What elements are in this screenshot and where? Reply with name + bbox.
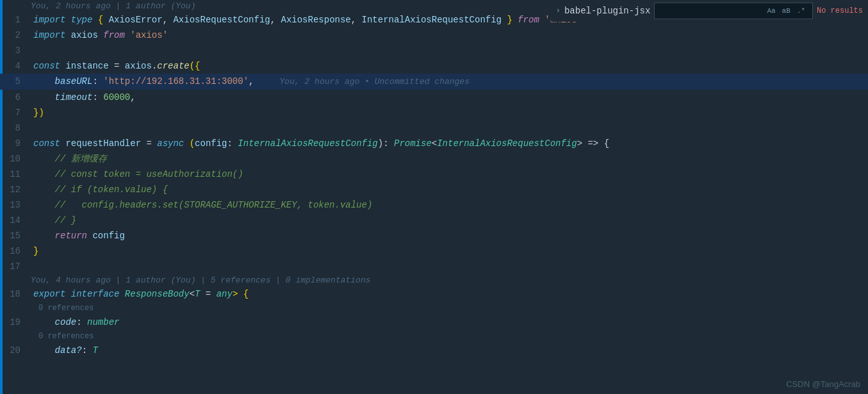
line-number: 12 bbox=[0, 182, 31, 197]
code-token: } bbox=[502, 15, 518, 25]
git-annotation-mid: You, 4 hours ago | 1 author (You) | 5 re… bbox=[0, 274, 868, 286]
code-line: 7}) bbox=[0, 105, 868, 120]
code-token: create bbox=[157, 61, 189, 71]
code-token: instance bbox=[65, 61, 108, 71]
code-token: any bbox=[217, 289, 233, 299]
code-token: const bbox=[33, 138, 65, 149]
no-results-label: No results bbox=[817, 6, 863, 15]
search-input[interactable] bbox=[660, 6, 762, 16]
code-token: axios bbox=[71, 30, 103, 40]
code-token: ): bbox=[378, 138, 394, 149]
code-token: : bbox=[227, 138, 238, 149]
code-token: , bbox=[130, 92, 135, 103]
code-line: 3 bbox=[0, 43, 868, 58]
code-token: : bbox=[92, 92, 103, 103]
line-number: 11 bbox=[0, 167, 31, 182]
code-token: < bbox=[190, 289, 195, 299]
code-token: T bbox=[92, 345, 97, 356]
line-number: 14 bbox=[0, 213, 31, 228]
code-token: Promise bbox=[394, 138, 432, 149]
code-line: 11 // const token = useAuthorization() bbox=[0, 167, 868, 182]
code-token: return bbox=[55, 231, 93, 241]
filename-label: babel-plugin-jsx bbox=[564, 6, 650, 16]
line-number: 15 bbox=[0, 228, 31, 243]
line-content: export interface ResponseBody<T = any> { bbox=[31, 286, 868, 302]
code-line: 18export interface ResponseBody<T = any>… bbox=[0, 286, 868, 302]
line-number: 6 bbox=[0, 90, 31, 105]
line-number: 2 bbox=[0, 28, 31, 43]
code-line: 4const instance = axios.create({ bbox=[0, 58, 868, 74]
line-number: 13 bbox=[0, 197, 31, 213]
line-number: 4 bbox=[0, 58, 31, 74]
code-token: // 新增缓存 bbox=[55, 154, 107, 164]
code-container: You, 2 hours ago | 1 author (You)1import… bbox=[0, 0, 868, 394]
search-bar[interactable]: Aa aB .* bbox=[654, 3, 813, 19]
code-token: 'axios' bbox=[130, 30, 168, 40]
code-token: AxiosError bbox=[109, 15, 163, 25]
code-token: async bbox=[157, 138, 189, 149]
code-token: ( bbox=[190, 138, 195, 149]
line-number: 7 bbox=[0, 105, 31, 120]
code-token: 'http://192.168.31.31:3000' bbox=[103, 76, 249, 86]
code-token: interface bbox=[71, 289, 125, 299]
line-content: // } bbox=[31, 213, 868, 228]
code-token: requestHandler bbox=[65, 138, 141, 149]
line-number: 8 bbox=[0, 120, 31, 136]
line-number: 5 bbox=[0, 74, 31, 89]
line-content: const requestHandler = async (config: In… bbox=[31, 136, 868, 151]
breadcrumb-chevron: › bbox=[556, 6, 561, 15]
line-content: data?: T bbox=[31, 343, 868, 358]
line-content: // const token = useAuthorization() bbox=[31, 167, 868, 182]
code-token: ResponseBody bbox=[125, 289, 190, 299]
line-number: 17 bbox=[0, 259, 31, 274]
code-token: // const token = useAuthorization() bbox=[55, 169, 243, 179]
code-token: , bbox=[270, 15, 281, 25]
code-token: , bbox=[249, 76, 254, 86]
code-token: : bbox=[82, 345, 93, 356]
code-line: 15 return config bbox=[0, 228, 868, 243]
line-number: 20 bbox=[0, 343, 31, 358]
code-token: AxiosResponse bbox=[281, 15, 351, 25]
code-token: = bbox=[141, 138, 157, 149]
code-token: type bbox=[71, 15, 98, 25]
code-line: 19 code: number bbox=[0, 315, 868, 330]
code-token: import bbox=[33, 15, 71, 25]
line-number: 18 bbox=[0, 286, 31, 302]
code-line: 9const requestHandler = async (config: I… bbox=[0, 136, 868, 151]
code-token: // if (token.value) { bbox=[55, 185, 168, 195]
code-token: AxiosRequestConfig bbox=[173, 15, 270, 25]
code-token: } bbox=[33, 246, 38, 256]
line-content: // if (token.value) { bbox=[31, 182, 868, 197]
code-token: : bbox=[76, 317, 87, 327]
code-line: 13 // config.headers.set(STORAGE_AUTHORI… bbox=[0, 197, 868, 213]
code-line: 20 data?: T bbox=[0, 343, 868, 358]
code-token: , bbox=[163, 15, 174, 25]
code-token: InternalAxiosRequestConfig bbox=[362, 15, 502, 25]
regex-button[interactable]: .* bbox=[795, 6, 807, 15]
code-token: InternalAxiosRequestConfig bbox=[437, 138, 577, 149]
line-content: timeout: 60000, bbox=[31, 90, 868, 105]
code-token: = bbox=[200, 289, 216, 299]
code-line: 2import axios from 'axios' bbox=[0, 28, 868, 43]
code-token: config bbox=[195, 138, 227, 149]
code-line: 12 // if (token.value) { bbox=[0, 182, 868, 197]
code-line: 16} bbox=[0, 243, 868, 259]
line-number: 3 bbox=[0, 43, 31, 58]
whole-word-button[interactable]: aB bbox=[780, 6, 792, 15]
case-sensitive-button[interactable]: Aa bbox=[765, 6, 777, 15]
line-content: }) bbox=[31, 105, 868, 120]
line-number: 16 bbox=[0, 243, 31, 259]
code-token: export bbox=[33, 289, 71, 299]
code-token: timeout bbox=[55, 92, 93, 103]
line-content: import axios from 'axios' bbox=[31, 28, 868, 43]
git-inline-annotation: You, 2 hours ago • Uncommitted changes bbox=[279, 77, 469, 86]
code-token: import bbox=[33, 30, 71, 40]
code-token: // } bbox=[55, 215, 77, 226]
line-content: // 新增缓存 bbox=[31, 151, 868, 167]
line-content: return config bbox=[31, 228, 868, 243]
code-line: 10 // 新增缓存 bbox=[0, 151, 868, 167]
code-token: 60000 bbox=[103, 92, 130, 103]
line-number: 19 bbox=[0, 315, 31, 330]
code-token: }) bbox=[33, 108, 44, 118]
code-token: = bbox=[109, 61, 125, 71]
